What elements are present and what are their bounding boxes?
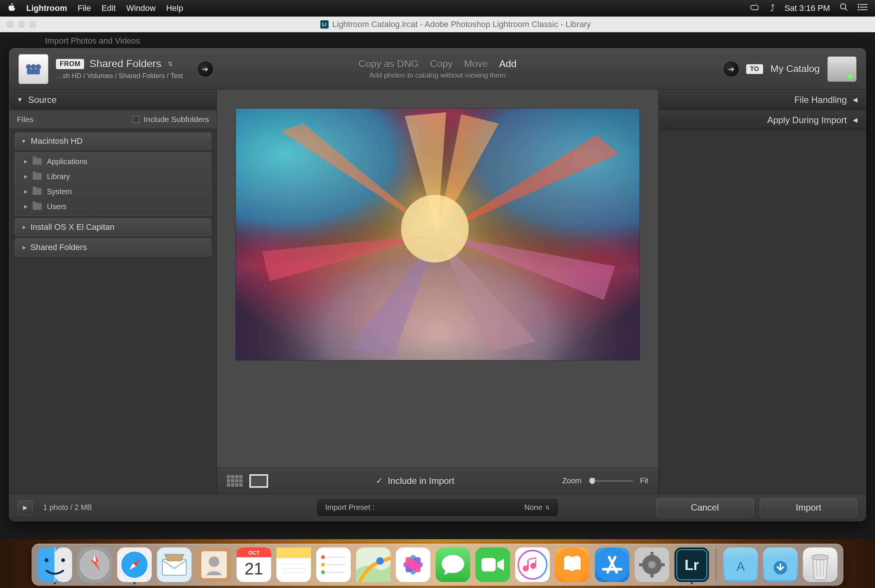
dock-trash[interactable] — [803, 547, 837, 582]
apple-icon[interactable] — [8, 3, 16, 14]
svg-rect-75 — [659, 563, 665, 566]
dock-apps-folder[interactable]: A — [723, 547, 758, 582]
dock-itunes[interactable] — [515, 547, 550, 582]
svg-rect-27 — [162, 559, 186, 575]
window-traffic-lights[interactable] — [0, 21, 36, 28]
right-panel: File Handling ◀ Apply During Import ◀ — [658, 90, 866, 494]
dock-facetime[interactable] — [475, 547, 510, 582]
svg-point-9 — [31, 64, 36, 69]
file-handling-header[interactable]: File Handling ◀ — [659, 90, 866, 110]
mode-add[interactable]: Add — [499, 58, 516, 70]
source-panel-title: Source — [28, 95, 57, 105]
mode-copy[interactable]: Copy — [430, 58, 453, 70]
menu-list-icon[interactable] — [858, 3, 867, 13]
svg-point-47 — [321, 570, 325, 574]
dock-lightroom[interactable]: Lr — [674, 547, 709, 582]
dock-safari[interactable] — [117, 547, 152, 582]
check-icon: ✓ — [376, 476, 383, 486]
dock-calendar[interactable]: OCT21 — [237, 547, 271, 582]
dock-messages[interactable] — [436, 547, 470, 582]
volume-macintosh-hd[interactable]: ▼ Macintosh HD — [15, 133, 211, 150]
destination-block[interactable]: ➔ TO My Catalog — [724, 56, 857, 82]
clock[interactable]: Sat 3:16 PM — [784, 3, 830, 13]
spotlight-icon[interactable] — [840, 3, 848, 14]
svg-text:21: 21 — [245, 559, 263, 578]
dock-launchpad[interactable] — [77, 547, 112, 582]
files-label: Files — [17, 115, 33, 124]
volume-shared-folders[interactable]: ▶ Shared Folders — [15, 238, 211, 256]
include-in-import-toggle[interactable]: ✓ Include in Import — [376, 476, 454, 486]
menu-help[interactable]: Help — [166, 3, 183, 13]
mode-move[interactable]: Move — [464, 58, 488, 70]
svg-rect-74 — [639, 563, 644, 566]
destination-drive-icon — [827, 56, 857, 82]
zoom-slider[interactable] — [588, 480, 633, 482]
macos-dock: OCT21LrA — [32, 544, 843, 586]
svg-point-16 — [401, 195, 469, 262]
include-subfolders-label[interactable]: Include Subfolders — [144, 115, 209, 124]
import-mode-selector: Copy as DNG Copy Move Add Add photos to … — [359, 58, 517, 80]
dock-appstore[interactable] — [595, 547, 629, 582]
svg-text:OCT: OCT — [248, 550, 259, 556]
dock-separator — [716, 549, 717, 581]
svg-text:Lr: Lr — [685, 557, 699, 573]
fit-label[interactable]: Fit — [640, 476, 648, 485]
flow-arrow-left-icon: ➔ — [198, 62, 213, 77]
creative-cloud-icon[interactable] — [750, 3, 760, 13]
folder-icon — [33, 203, 42, 210]
svg-line-1 — [845, 8, 847, 11]
menu-edit[interactable]: Edit — [101, 3, 116, 13]
source-name: Shared Folders — [89, 58, 161, 70]
window-title: Lightroom Catalog.lrcat - Adobe Photosho… — [332, 20, 591, 29]
folder-applications[interactable]: ▶Applications — [15, 154, 211, 169]
grid-view-icon[interactable] — [227, 475, 243, 487]
dock-maps[interactable] — [356, 547, 391, 582]
folder-icon — [33, 158, 42, 165]
menu-file[interactable]: File — [78, 3, 91, 13]
minimize-panel-button[interactable]: ▶ — [18, 500, 33, 515]
svg-point-20 — [61, 558, 65, 562]
folder-system[interactable]: ▶System — [15, 184, 211, 199]
source-panel-header[interactable]: ▼ Source — [9, 90, 217, 110]
import-button[interactable]: Import — [760, 498, 857, 517]
cancel-button[interactable]: Cancel — [656, 498, 754, 517]
triangle-left-icon: ◀ — [853, 96, 857, 103]
folder-users[interactable]: ▶Users — [15, 199, 211, 214]
single-view-icon[interactable] — [249, 474, 268, 488]
to-label: TO — [746, 64, 763, 74]
dock-finder[interactable] — [38, 547, 72, 582]
dialog-header: FROM Shared Folders ⇅ …sh HD / Volumes /… — [9, 48, 866, 90]
source-device-icon[interactable] — [18, 54, 48, 84]
svg-point-81 — [812, 555, 828, 560]
volume-installer[interactable]: ▶ Install OS X El Capitan — [15, 218, 211, 236]
svg-rect-18 — [55, 547, 72, 582]
updown-icon: ⇅ — [168, 60, 173, 68]
dock-contacts[interactable] — [197, 547, 231, 582]
folder-library[interactable]: ▶Library — [15, 169, 211, 184]
lightroom-badge-icon: Lr — [320, 20, 329, 29]
dock-ibooks[interactable] — [555, 547, 590, 582]
mode-copy-dng[interactable]: Copy as DNG — [359, 58, 419, 70]
dock-downloads-folder[interactable] — [763, 547, 798, 582]
dock-mail[interactable] — [157, 547, 192, 582]
window-titlebar: Lr Lightroom Catalog.lrcat - Adobe Photo… — [0, 17, 875, 32]
flow-arrow-right-icon: ➔ — [724, 62, 739, 77]
triangle-right-icon: ▶ — [24, 204, 27, 209]
include-subfolders-checkbox[interactable] — [133, 116, 139, 123]
dock-photos[interactable] — [396, 547, 430, 582]
dock-preferences[interactable] — [635, 547, 669, 582]
photo-preview[interactable] — [236, 109, 640, 360]
apply-during-import-header[interactable]: Apply During Import ◀ — [659, 110, 866, 130]
notification-icon[interactable]: ⤴ — [770, 3, 775, 14]
menu-window[interactable]: Window — [126, 3, 155, 13]
svg-point-30 — [209, 556, 219, 567]
app-name[interactable]: Lightroom — [26, 3, 67, 13]
volume-name: Macintosh HD — [31, 136, 83, 146]
import-preset-dropdown[interactable]: Import Preset : None⇅ — [317, 499, 558, 516]
svg-point-71 — [648, 561, 656, 568]
dock-reminders[interactable] — [316, 547, 351, 582]
mode-subtitle: Add photos to catalog without moving the… — [359, 71, 517, 80]
source-block[interactable]: FROM Shared Folders ⇅ …sh HD / Volumes /… — [56, 58, 183, 80]
triangle-right-icon: ▶ — [24, 159, 27, 164]
dock-notes[interactable] — [276, 547, 311, 582]
